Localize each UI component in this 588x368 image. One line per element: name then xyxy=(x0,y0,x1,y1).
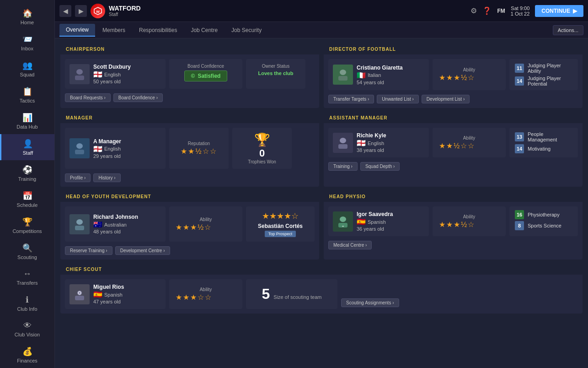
finances-icon: 💰 xyxy=(22,346,32,357)
date-line2: 1 Oct 22 xyxy=(511,11,530,16)
chairperson-buttons: Board Requests › Board Confidence › xyxy=(60,93,319,107)
training-button[interactable]: Training › xyxy=(328,162,358,171)
physio-body: + Igor Saavedra 🇪🇸 Spanish 36 years old xyxy=(324,202,583,241)
profile-button[interactable]: Profile › xyxy=(65,173,91,182)
chairperson-avatar xyxy=(69,64,90,84)
sidebar-label-finances: Finances xyxy=(17,358,37,363)
youth-name: Richard Johnson xyxy=(93,214,138,220)
manager-person-card[interactable]: A Manager 🏴󠁧󠁢󠁥󠁮󠁧󠁿 English 29 years old xyxy=(65,128,166,169)
scout-name: Miguel Rios xyxy=(93,284,124,290)
chairperson-flag: 🏴󠁧󠁢󠁥󠁮󠁧󠁿 xyxy=(93,70,102,79)
medical-centre-button[interactable]: Medical Centre › xyxy=(328,241,372,249)
sidebar-item-inbox[interactable]: 📨 Inbox xyxy=(0,30,54,56)
tab-jobcentre[interactable]: Job Centre xyxy=(184,24,224,36)
sidebar-label-staff: Staff xyxy=(23,150,33,156)
assistant-info: Richie Kyle 🏴󠁧󠁢󠁥󠁮󠁧󠁿 English 38 years old xyxy=(357,132,386,153)
sidebar-item-clubvision[interactable]: 👁 Club Vision xyxy=(0,316,54,342)
sidebar-label-transfers: Transfers xyxy=(16,280,37,286)
unwanted-list-button[interactable]: Unwanted List › xyxy=(377,95,418,103)
assistant-name: Richie Kyle xyxy=(357,132,386,139)
transfer-targets-button[interactable]: Transfer Targets › xyxy=(328,95,374,103)
forward-button[interactable]: ▶ xyxy=(75,5,87,17)
scouting-assignments-button[interactable]: Scouting Assignments › xyxy=(341,298,399,307)
sidebar-item-finances[interactable]: 💰 Finances xyxy=(0,342,54,368)
assistant-ability-stars: ★★½☆☆ xyxy=(439,141,499,150)
squad-depth-button[interactable]: Squad Depth › xyxy=(360,162,400,171)
scout-avatar xyxy=(69,284,90,304)
sidebar-item-competitions[interactable]: 🏆 Competitions xyxy=(0,212,54,238)
assistant-ability-panel: Ability ★★½☆☆ xyxy=(433,128,506,157)
help-icon[interactable]: ❓ xyxy=(482,6,492,15)
scout-person-card[interactable]: Miguel Rios 🇪🇸 Spanish 47 years old xyxy=(65,279,166,309)
svg-rect-4 xyxy=(340,70,346,75)
assistant-section: ASSISTANT MANAGER Richie Kyle 🏴󠁧󠁢󠁥󠁮󠁧󠁿 En… xyxy=(324,113,583,187)
chairperson-person-card[interactable]: Scott Duxbury 🏴󠁧󠁢󠁥󠁮󠁧󠁿 English 50 years o… xyxy=(65,59,166,89)
director-person-card[interactable]: Cristiano Giaretta 🇮🇹 Italian 54 years o… xyxy=(328,59,429,90)
tab-responsibilities[interactable]: Responsibilities xyxy=(133,24,183,36)
sidebar-item-tactics[interactable]: 📋 Tactics xyxy=(0,82,54,108)
sidebar-label-datahub: Data Hub xyxy=(16,124,37,130)
tab-jobsecurity[interactable]: Job Security xyxy=(225,24,268,36)
physio-attr-num-1: 16 xyxy=(515,210,524,219)
training-icon: ⚽ xyxy=(22,165,32,175)
sidebar-item-transfers[interactable]: ↔ Transfers xyxy=(0,265,54,290)
youth-person-card[interactable]: Richard Johnson 🇦🇺 Australian 48 years o… xyxy=(65,206,166,242)
continue-button[interactable]: CONTINUE ▶ xyxy=(535,5,583,17)
club-name: WATFORD xyxy=(109,5,141,12)
club-badge: W xyxy=(91,4,105,18)
chairperson-name: Scott Duxbury xyxy=(93,64,131,70)
svg-text:+: + xyxy=(342,224,344,228)
manager-rep-label: Reputation xyxy=(188,141,210,146)
manager-body: A Manager 🏴󠁧󠁢󠁥󠁮󠁧󠁿 English 29 years old R… xyxy=(60,123,319,173)
tab-overview[interactable]: Overview xyxy=(59,24,95,37)
tab-members[interactable]: Members xyxy=(96,24,132,36)
physio-person-card[interactable]: + Igor Saavedra 🇪🇸 Spanish 36 years old xyxy=(328,206,429,236)
assistant-attr-num-1: 13 xyxy=(515,132,524,141)
assistant-person-card[interactable]: Richie Kyle 🏴󠁧󠁢󠁥󠁮󠁧󠁿 English 38 years old xyxy=(328,128,429,157)
development-centre-button[interactable]: Development Centre › xyxy=(115,246,170,255)
director-nationality: Italian xyxy=(368,72,381,78)
prospect-badge: Top Prospect xyxy=(265,231,296,237)
history-button[interactable]: History › xyxy=(93,173,120,182)
settings-icon[interactable]: ⚙ xyxy=(470,6,477,15)
topbar: ◀ ▶ W WATFORD Staff ⚙ ❓ FM Sat 9:00 1 Oc… xyxy=(55,0,588,22)
director-flag: 🇮🇹 xyxy=(357,71,366,80)
manager-reputation-panel: Reputation ★★½☆☆ xyxy=(169,128,229,169)
scout-section: CHIEF SCOUT Miguel Rios 🇪🇸 Spanish 47 ye… xyxy=(60,264,583,314)
sidebar-item-datahub[interactable]: 📊 Data Hub xyxy=(0,108,54,134)
assistant-age: 38 years old xyxy=(357,147,386,153)
sidebar-item-squad[interactable]: 👥 Squad xyxy=(0,56,54,82)
board-confidence-button[interactable]: Board Confidence › xyxy=(113,93,163,102)
scout-ability-stars: ★★★☆☆ xyxy=(176,293,236,302)
fm-label: FM xyxy=(497,8,505,14)
development-list-button[interactable]: Development List › xyxy=(422,95,470,103)
physio-attr-1: 16 Physiotherapy xyxy=(515,210,572,219)
youth-header: HEAD OF YOUTH DEVELOPMENT xyxy=(60,191,319,202)
sidebar-item-home[interactable]: 🏠 Home xyxy=(0,4,54,30)
sidebar-label-clubinfo: Club Info xyxy=(17,306,37,312)
sidebar-item-training[interactable]: ⚽ Training xyxy=(0,160,54,186)
back-button[interactable]: ◀ xyxy=(59,5,71,17)
tabs-bar: Overview Members Responsibilities Job Ce… xyxy=(55,22,588,38)
svg-text:W: W xyxy=(96,10,100,14)
director-avatar xyxy=(333,65,353,85)
reserve-training-button[interactable]: Reserve Training › xyxy=(65,246,112,255)
sidebar-item-scouting[interactable]: 🔍 Scouting xyxy=(0,238,54,265)
physio-ability-stars: ★★★½☆ xyxy=(439,220,499,229)
sidebar-item-staff[interactable]: 👤 Staff xyxy=(0,134,54,160)
sidebar-item-clubinfo[interactable]: ℹ Club Info xyxy=(0,290,54,316)
assistant-buttons: Training › Squad Depth › xyxy=(324,162,583,175)
club-subtitle: Staff xyxy=(109,12,141,17)
svg-rect-6 xyxy=(76,143,83,149)
club-info: WATFORD Staff xyxy=(109,5,141,17)
board-requests-button[interactable]: Board Requests › xyxy=(65,93,111,102)
main-area: ◀ ▶ W WATFORD Staff ⚙ ❓ FM Sat 9:00 1 Oc… xyxy=(55,0,588,368)
manager-avatar xyxy=(69,138,90,158)
youth-age: 48 years old xyxy=(93,229,138,234)
physio-attr-label-1: Physiotherapy xyxy=(528,212,560,217)
physio-attr-label-2: Sports Science xyxy=(528,223,561,228)
actions-button[interactable]: Actions... xyxy=(553,25,583,35)
trophy-label: Trophies Won xyxy=(248,159,276,164)
sidebar-item-schedule[interactable]: 📅 Schedule xyxy=(0,186,54,212)
clubinfo-icon: ℹ xyxy=(26,295,29,305)
